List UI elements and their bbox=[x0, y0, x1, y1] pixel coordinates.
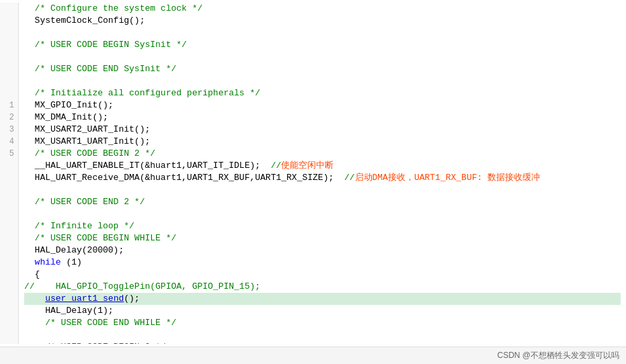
line-numbers: 12345 bbox=[0, 3, 19, 344]
code-line: __HAL_UART_ENABLE_IT(&huart1,UART_IT_IDL… bbox=[24, 160, 621, 172]
code-line: /* USER CODE BEGIN WHILE */ bbox=[24, 232, 621, 244]
code-area: 12345 /* Configure the system clock */ S… bbox=[0, 0, 626, 347]
code-line: /* USER CODE END SysInit */ bbox=[24, 63, 621, 75]
code-line: /* USER CODE BEGIN 2 */ bbox=[24, 148, 621, 160]
footer-bar: CSDN @不想栖牲头发变强可以吗 bbox=[0, 347, 626, 364]
code-lines[interactable]: /* Configure the system clock */ SystemC… bbox=[19, 3, 626, 344]
code-container: 12345 /* Configure the system clock */ S… bbox=[0, 0, 626, 364]
code-line bbox=[24, 51, 621, 63]
code-line: { bbox=[24, 269, 621, 281]
code-line bbox=[24, 329, 621, 341]
code-line: /* Infinite loop */ bbox=[24, 220, 621, 232]
footer-text: CSDN @不想栖牲头发变强可以吗 bbox=[497, 351, 619, 360]
code-line: HAL_Delay(20000); bbox=[24, 244, 621, 257]
code-line: SystemClock_Config(); bbox=[24, 15, 621, 27]
code-line: // HAL_GPIO_TogglePin(GPIOA, GPIO_PIN_15… bbox=[24, 281, 621, 293]
code-line: MX_USART1_UART_Init(); bbox=[24, 136, 621, 148]
code-line: /* USER CODE END WHILE */ bbox=[24, 317, 621, 329]
code-line: while (1) bbox=[24, 257, 621, 269]
code-line: MX_USART2_UART_Init(); bbox=[24, 124, 621, 136]
code-line: /* Configure the system clock */ bbox=[24, 3, 621, 15]
code-line: /* USER CODE BEGIN 3 */ bbox=[24, 341, 621, 344]
code-line: MX_GPIO_Init(); bbox=[24, 99, 621, 111]
code-line bbox=[24, 75, 621, 87]
code-line: MX_DMA_Init(); bbox=[24, 111, 621, 124]
code-line: HAL_UART_Receive_DMA(&huart1,UART1_RX_BU… bbox=[24, 172, 621, 184]
code-line: /* USER CODE BEGIN SysInit */ bbox=[24, 39, 621, 51]
code-line: /* Initialize all configured peripherals… bbox=[24, 87, 621, 99]
code-line bbox=[24, 27, 621, 39]
code-line bbox=[24, 208, 621, 220]
code-line: user_uart1_send(); bbox=[24, 293, 621, 305]
code-line bbox=[24, 184, 621, 196]
code-line: HAL_Delay(1); bbox=[24, 305, 621, 317]
code-line: /* USER CODE END 2 */ bbox=[24, 196, 621, 208]
